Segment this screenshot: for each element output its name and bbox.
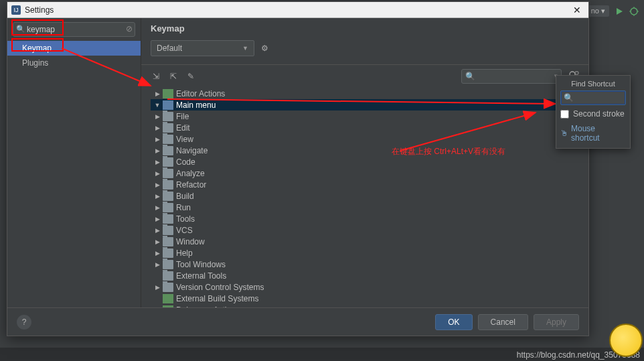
mouse-icon: 🖱 [560, 129, 568, 138]
ok-button[interactable]: OK [435, 314, 472, 330]
mouse-shortcut-link[interactable]: 🖱 Mouse shortcut [560, 124, 626, 143]
tree-node-label: Help [176, 248, 193, 258]
folder-icon [163, 271, 173, 281]
tree-node[interactable]: ▶Run [151, 202, 579, 213]
expand-toggle-icon[interactable]: ▶ [153, 159, 161, 165]
checkbox-label: Second stroke [573, 109, 625, 119]
expand-toggle-icon[interactable]: ▼ [153, 102, 161, 109]
sidebar-item-keymap[interactable]: Keymap [7, 41, 141, 56]
folder-icon [163, 237, 173, 246]
folder-icon [163, 260, 173, 269]
settings-dialog: IJ Settings ✕ 🔍 ⊘ Keymap Plugins Keymap … [7, 1, 589, 336]
sidebar-item-plugins[interactable]: Plugins [7, 56, 141, 70]
expand-toggle-icon[interactable]: ▶ [153, 113, 161, 120]
tree-node-label: Editor Actions [176, 89, 225, 98]
expand-toggle-icon[interactable] [153, 273, 161, 279]
tree-node[interactable]: ▶Help [151, 247, 579, 259]
tree-node[interactable]: ▶Code [151, 156, 579, 167]
folder-icon [163, 123, 173, 133]
expand-toggle-icon[interactable]: ▶ [153, 227, 161, 234]
folder-icon [163, 89, 173, 98]
folder-icon [163, 180, 173, 190]
expand-toggle-icon[interactable]: ▶ [153, 204, 161, 211]
folder-icon [163, 248, 173, 258]
tree-node-label: Window [176, 237, 205, 246]
tree-node[interactable]: ▶Refactor [151, 179, 579, 190]
tree-node[interactable]: ▶Editor Actions [151, 88, 579, 99]
dropdown-value: Default [157, 44, 182, 53]
tree-node[interactable]: ▶Analyze [151, 167, 579, 179]
expand-toggle-icon[interactable] [153, 295, 161, 302]
shortcut-input[interactable]: 🔍 [560, 90, 626, 105]
expand-toggle-icon[interactable]: ▶ [153, 170, 161, 177]
folder-icon [163, 100, 173, 110]
keymap-toolbar: ⇲ ⇱ ✎ 🔍 ▾ [151, 69, 579, 88]
app-icon: IJ [11, 5, 21, 15]
gear-icon[interactable]: ⚙ [261, 44, 268, 53]
run-config-selector[interactable]: no ▾ [587, 5, 609, 17]
annotation-text: 在键盘上按 Ctrl+ALt+V看有没有 [392, 146, 505, 157]
search-icon: 🔍 [16, 25, 25, 33]
help-button[interactable]: ? [17, 315, 31, 330]
tree-node[interactable]: ▶Version Control Systems [151, 281, 579, 293]
tree-node[interactable]: External Tools [151, 270, 579, 281]
tree-node[interactable]: ▶Tools [151, 213, 579, 224]
tree-node[interactable]: ▶File [151, 111, 579, 122]
folder-icon [163, 157, 173, 167]
mascot-avatar [609, 323, 643, 357]
tree-node-label: Code [176, 157, 195, 167]
window-title: Settings [25, 5, 570, 15]
tree-node-label: External Tools [176, 271, 226, 281]
expand-toggle-icon[interactable]: ▶ [153, 136, 161, 143]
tree-node[interactable]: ▶Window [151, 236, 579, 247]
clear-search-icon[interactable]: ⊘ [126, 24, 133, 33]
expand-toggle-icon[interactable]: ▶ [153, 238, 161, 245]
tree-node[interactable]: ▶VCS [151, 224, 579, 236]
edit-icon[interactable]: ✎ [185, 70, 196, 83]
popup-title: Find Shortcut [560, 80, 626, 90]
expand-toggle-icon[interactable]: ▶ [153, 261, 161, 268]
expand-toggle-icon[interactable]: ▶ [153, 125, 161, 131]
tree-node-label: Tools [176, 214, 195, 224]
dialog-footer: ? OK Cancel Apply [7, 307, 588, 336]
expand-toggle-icon[interactable]: ▶ [153, 147, 161, 154]
tree-node[interactable]: External Build Systems [151, 293, 579, 304]
keymap-scheme-dropdown[interactable]: Default ▼ [151, 40, 254, 56]
expand-toggle-icon[interactable]: ▶ [153, 216, 161, 222]
folder-icon [163, 214, 173, 224]
tree-node[interactable]: ▶View [151, 133, 579, 145]
keymap-tree[interactable]: ▶Editor Actions▼Main menu▶File▶Edit▶View… [151, 88, 579, 307]
tree-node[interactable]: ▶Tool Windows [151, 259, 579, 270]
tree-node[interactable]: ▶Edit [151, 122, 579, 133]
close-button[interactable]: ✕ [570, 5, 584, 15]
expand-toggle-icon[interactable]: ▶ [153, 90, 161, 97]
expand-toggle-icon[interactable]: ▶ [153, 193, 161, 200]
cancel-button[interactable]: Cancel [478, 314, 528, 330]
tree-node-label: Main menu [176, 100, 216, 110]
search-icon: 🔍 [465, 72, 475, 81]
run-icon[interactable] [615, 7, 624, 16]
folder-icon [163, 135, 173, 144]
find-shortcut-popup: Find Shortcut 🔍 Second stroke 🖱 Mouse sh… [556, 75, 631, 149]
expand-toggle-icon[interactable]: ▶ [153, 182, 161, 188]
apply-button[interactable]: Apply [534, 314, 579, 330]
debug-icon[interactable] [629, 7, 639, 16]
collapse-all-icon[interactable]: ⇱ [168, 70, 179, 83]
second-stroke-checkbox[interactable]: Second stroke [560, 109, 626, 119]
expand-all-icon[interactable]: ⇲ [151, 70, 161, 83]
tree-node-label: Build [176, 192, 194, 201]
separator [141, 64, 588, 65]
settings-search-input[interactable] [13, 22, 135, 37]
expand-toggle-icon[interactable]: ▶ [153, 250, 161, 257]
tree-node[interactable]: ▼Main menu [151, 99, 579, 111]
second-stroke-checkbox-input[interactable] [560, 110, 569, 119]
expand-toggle-icon[interactable]: ▶ [153, 284, 161, 291]
action-search-input[interactable]: 🔍 ▾ [461, 69, 562, 84]
svg-rect-3 [575, 72, 578, 74]
folder-icon [163, 169, 173, 178]
tree-node-label: Analyze [176, 169, 205, 178]
tree-node[interactable]: ▶Navigate [151, 145, 579, 156]
settings-sidebar: 🔍 ⊘ Keymap Plugins [7, 18, 141, 307]
tree-node[interactable]: ▶Build [151, 190, 579, 202]
tree-node-label: File [176, 112, 189, 121]
